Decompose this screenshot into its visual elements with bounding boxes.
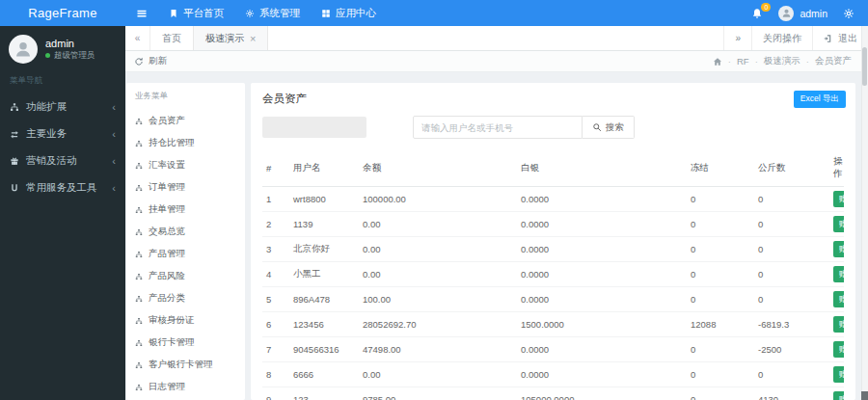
scrollbar-thumb[interactable]: [862, 47, 867, 86]
sidebar-toggle-button[interactable]: [125, 0, 158, 26]
cell-silver: 0.0000: [517, 337, 687, 362]
cell-balance: 100.00: [359, 287, 517, 312]
refresh-button[interactable]: 刷新: [134, 55, 167, 67]
submenu-item[interactable]: 客户银行卡管理: [126, 354, 245, 376]
excel-export-button[interactable]: Excel 导出: [794, 91, 846, 108]
table-row: 6 123456 28052692.70 1500.0000 12088 -68…: [262, 312, 844, 337]
refresh-icon: [134, 57, 144, 67]
submenu-item-icon: [135, 317, 143, 325]
cell-balance: 0.00: [359, 262, 517, 287]
table-row: 9 123 9785.00 105000.0000 0 4130 赠金: [262, 387, 844, 400]
submenu-item[interactable]: 会员资产: [126, 110, 245, 132]
grant-bonus-button[interactable]: 赠金: [833, 341, 844, 358]
navbar-menu-item[interactable]: 系统管理: [234, 0, 311, 26]
cell-username: 小黑工: [289, 262, 359, 287]
grant-bonus-button[interactable]: 赠金: [833, 391, 844, 400]
submenu-item-label: 审核身份证: [149, 314, 195, 327]
hamburger-icon: [136, 8, 148, 19]
tabs-scroll-left-button[interactable]: «: [125, 26, 150, 50]
submenu-item[interactable]: 订单管理: [126, 176, 245, 199]
cell-silver: 0.0000: [517, 287, 687, 312]
breadcrumb-item[interactable]: · 极速演示: [755, 55, 800, 67]
member-assets-table: #用户名余额白银冻结公斤数操作 1 wrt8800 100000.00 0.00…: [262, 149, 844, 400]
cell-silver: 0.0000: [517, 187, 687, 212]
navbar-menu-item[interactable]: 平台首页: [158, 0, 234, 26]
cell-kg: 0: [754, 237, 829, 262]
submenu-item[interactable]: 交易总览: [126, 221, 245, 243]
submenu-item-icon: [135, 228, 143, 236]
sidebar-menu-item[interactable]: 主要业务 ‹: [0, 120, 125, 147]
breadcrumb-label: 极速演示: [764, 55, 800, 67]
submenu-item[interactable]: 汇率设置: [126, 154, 245, 176]
user-menu-button[interactable]: admin: [778, 6, 827, 21]
submenu-item[interactable]: 产品风险: [126, 265, 245, 287]
submenu-item-icon: [135, 339, 143, 347]
grant-bonus-button[interactable]: 赠金: [833, 216, 844, 232]
cell-username: 北京你好: [289, 237, 359, 262]
filter-box[interactable]: [262, 117, 366, 138]
submenu-item[interactable]: 日志管理: [126, 376, 245, 398]
search-button[interactable]: 搜索: [583, 116, 635, 139]
table-header-row: #用户名余额白银冻结公斤数操作: [262, 149, 844, 187]
submenu-item-label: 产品分类: [149, 292, 185, 305]
sidebar-menu-item[interactable]: 常用服务及工具 ‹: [0, 174, 125, 201]
cell-username: 6666: [289, 362, 359, 387]
submenu-item-label: 汇率设置: [149, 159, 185, 172]
breadcrumb-separator: ·: [806, 56, 809, 67]
table-row: 4 小黑工 0.00 0.0000 0 0 赠金: [262, 262, 844, 287]
chevron-left-icon: ‹: [112, 101, 116, 113]
table-row: 1 wrt8800 100000.00 0.0000 0 0 赠金: [262, 187, 844, 212]
submenu-item-icon: [135, 140, 143, 147]
submenu-item[interactable]: 挂单管理: [126, 199, 245, 221]
grant-bonus-button[interactable]: 赠金: [833, 291, 844, 307]
sidebar-item-icon: [10, 102, 19, 112]
cell-silver: 1500.0000: [517, 312, 687, 337]
submenu-item[interactable]: 产品管理: [126, 243, 245, 265]
submenu-item-label: 产品管理: [149, 248, 185, 260]
logout-button[interactable]: 退出: [812, 26, 868, 50]
vertical-scrollbar[interactable]: [861, 26, 868, 400]
sidebar-menu-item[interactable]: 功能扩展 ‹: [0, 93, 125, 120]
settings-gear-icon[interactable]: [843, 8, 854, 19]
tab-bar: « 首页 × 极速演示 × » 关闭操作 退出: [125, 26, 868, 51]
navbar-menu-item[interactable]: 应用中心: [311, 0, 387, 26]
table-row: 3 北京你好 0.00 0.0000 0 0 赠金: [262, 237, 844, 262]
submenu-item[interactable]: 产品分类: [126, 287, 245, 309]
sidebar-item-label: 常用服务及工具: [26, 181, 97, 195]
notifications-button[interactable]: 0: [751, 8, 763, 19]
submenu-item-label: 订单管理: [149, 181, 185, 194]
breadcrumb-item[interactable]: · 会员资产: [806, 55, 852, 67]
cell-balance: 0.00: [359, 212, 517, 237]
cell-frozen: 0: [687, 287, 754, 312]
tab-label: 极速演示: [205, 32, 244, 45]
tab[interactable]: 首页 ×: [150, 26, 193, 50]
brand-logo[interactable]: RageFrame: [0, 6, 125, 20]
submenu-item[interactable]: 银行卡管理: [126, 332, 245, 354]
row-index: 5: [262, 287, 289, 312]
submenu-item[interactable]: 持仓比管理: [126, 132, 245, 154]
row-index: 3: [262, 237, 289, 262]
tab-close-icon[interactable]: ×: [250, 33, 256, 44]
close-operations-button[interactable]: 关闭操作: [751, 26, 812, 50]
search-input[interactable]: [413, 116, 583, 139]
grant-bonus-button[interactable]: 赠金: [833, 366, 844, 383]
cell-username: 123: [289, 387, 359, 400]
submenu-item-label: 日志管理: [149, 381, 185, 393]
submenu-item-label: 交易总览: [149, 226, 185, 238]
grant-bonus-button[interactable]: 赠金: [833, 316, 844, 333]
table-header-cell: #: [262, 149, 289, 187]
tabs-scroll-right-button[interactable]: »: [723, 26, 751, 50]
breadcrumb-item[interactable]: · RF: [728, 55, 749, 67]
submenu-item-icon: [135, 118, 143, 125]
cell-username: 896A478: [289, 287, 359, 312]
online-status-dot: [45, 53, 50, 58]
grant-bonus-button[interactable]: 赠金: [833, 266, 844, 282]
grant-bonus-button[interactable]: 赠金: [833, 241, 844, 257]
submenu-item[interactable]: 审核身份证: [126, 309, 245, 332]
grant-bonus-button[interactable]: 赠金: [833, 191, 844, 207]
notification-badge: 0: [761, 3, 771, 12]
sidebar-menu-item[interactable]: 营销及活动 ‹: [0, 147, 125, 174]
user-icon: [14, 40, 33, 59]
cell-frozen: 0: [687, 362, 754, 387]
tab[interactable]: 极速演示 ×: [193, 26, 268, 50]
